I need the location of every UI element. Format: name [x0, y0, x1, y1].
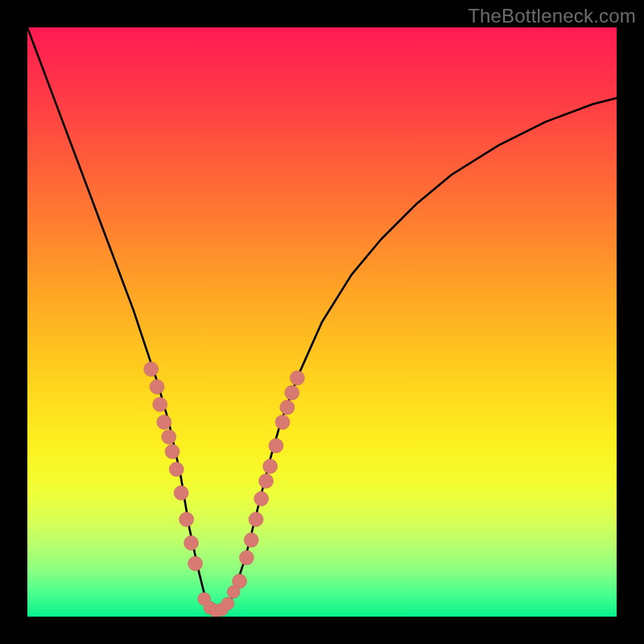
data-marker	[227, 585, 240, 598]
data-marker	[244, 533, 258, 547]
data-marker	[275, 415, 290, 429]
watermark-text: TheBottleneck.com	[468, 5, 636, 27]
data-marker	[157, 415, 171, 429]
chart-container: TheBottleneck.com	[0, 0, 644, 644]
data-marker	[188, 556, 203, 571]
data-markers	[144, 362, 305, 617]
data-marker	[269, 439, 283, 453]
data-marker	[263, 459, 278, 473]
bottleneck-curve	[27, 27, 617, 613]
data-marker	[184, 536, 199, 551]
data-marker	[144, 362, 159, 377]
data-marker	[259, 474, 274, 489]
data-marker	[169, 462, 184, 477]
data-marker	[239, 551, 254, 565]
plot-area	[27, 27, 617, 617]
data-marker	[174, 485, 188, 500]
data-marker	[162, 430, 176, 444]
data-marker	[285, 386, 299, 400]
data-marker	[249, 512, 263, 526]
data-marker	[153, 398, 167, 412]
data-marker	[180, 512, 194, 526]
data-marker	[280, 400, 295, 415]
data-marker	[221, 597, 234, 610]
data-marker	[150, 380, 164, 394]
data-marker	[254, 492, 269, 506]
data-marker	[165, 444, 180, 459]
data-marker	[290, 371, 304, 386]
chart-svg	[27, 27, 617, 617]
